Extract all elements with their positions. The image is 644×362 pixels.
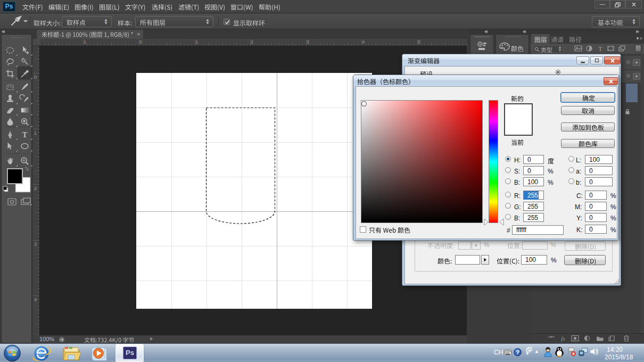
- svg-text:3: 3: [307, 39, 309, 45]
- svg-text:4: 4: [362, 39, 365, 45]
- svg-text:fx: fx: [561, 335, 565, 342]
- svg-text:T: T: [22, 130, 27, 139]
- svg-text:0: 0: [139, 39, 142, 45]
- svg-text:5: 5: [418, 39, 420, 45]
- svg-text:4: 4: [34, 297, 37, 302]
- svg-text:2: 2: [34, 186, 37, 191]
- svg-text:1: 1: [84, 39, 86, 45]
- svg-text:3: 3: [34, 242, 37, 247]
- svg-text:T: T: [598, 45, 602, 53]
- svg-text:0: 0: [34, 75, 37, 80]
- svg-text:2: 2: [251, 39, 253, 45]
- svg-text:1: 1: [34, 130, 37, 136]
- svg-text:1: 1: [195, 39, 198, 45]
